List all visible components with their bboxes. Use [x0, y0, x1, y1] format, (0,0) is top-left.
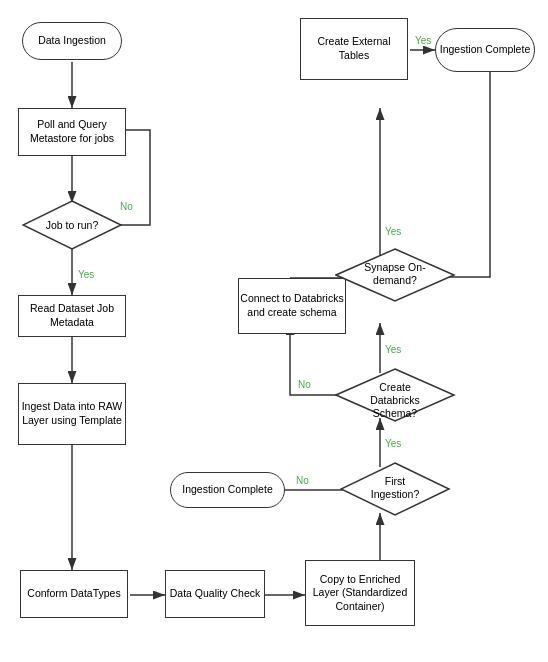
read-dataset-node: Read Dataset Job Metadata	[18, 295, 126, 337]
data-quality-node: Data Quality Check	[165, 570, 265, 618]
job-to-run-node: Job to run?	[22, 200, 122, 250]
data-ingestion-node: Data Ingestion	[22, 22, 122, 60]
svg-text:Yes: Yes	[415, 35, 431, 46]
ingest-data-node: Ingest Data into RAW Layer using Templat…	[18, 383, 126, 445]
svg-text:Job to run?: Job to run?	[46, 219, 99, 231]
create-external-node: Create External Tables	[300, 18, 408, 80]
svg-text:Synapse On-: Synapse On-	[364, 261, 426, 273]
poll-query-node: Poll and Query Metastore for jobs	[18, 108, 126, 156]
synapse-ondemand-node: Synapse On- demand?	[335, 248, 455, 303]
flowchart: No Yes No Yes Yes No Yes No Yes Data Ing…	[0, 0, 548, 662]
svg-text:demand?: demand?	[373, 274, 417, 286]
connect-databricks-node: Connect to Databricks and create schema	[238, 278, 346, 334]
conform-datatypes-node: Conform DataTypes	[20, 570, 128, 618]
ingestion-complete-right-node: Ingestion Complete	[435, 28, 535, 72]
ingestion-complete-left-node: Ingestion Complete	[170, 472, 285, 508]
